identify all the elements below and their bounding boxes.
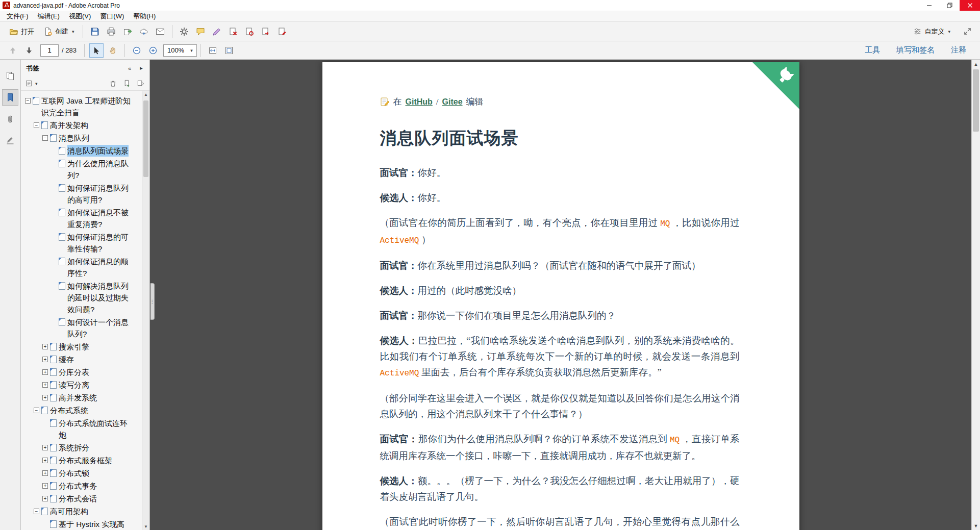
bookmark-item[interactable]: +高并发系统 <box>21 392 132 403</box>
zoom-out-button[interactable] <box>130 43 144 58</box>
bookmark-item[interactable]: +读写分离 <box>21 379 132 391</box>
bookmark-item[interactable]: −分布式系统 <box>21 405 132 416</box>
open-button[interactable]: 打开 <box>5 24 39 39</box>
scroll-up-icon[interactable]: ▲ <box>144 92 148 97</box>
collapse-node-icon[interactable]: − <box>34 122 39 128</box>
page-mark-button[interactable] <box>242 24 257 39</box>
main-scrollbar[interactable]: ▲ ▼ <box>971 60 980 530</box>
bookmarks-scroll-thumb[interactable] <box>143 100 148 177</box>
bookmark-item[interactable]: 分布式系统面试连环炮 <box>21 417 132 441</box>
expand-node-icon[interactable]: + <box>42 344 48 349</box>
menu-file[interactable]: 文件(F) <box>2 11 33 21</box>
comment-pane-button[interactable]: 注释 <box>951 45 966 55</box>
close-button[interactable] <box>960 0 980 11</box>
scroll-up-button[interactable]: ▲ <box>972 60 980 68</box>
fit-width-button[interactable] <box>206 43 220 58</box>
bookmark-item[interactable]: +分布式锁 <box>21 467 132 479</box>
collapse-node-icon[interactable]: − <box>34 408 39 413</box>
menu-edit[interactable]: 编辑(E) <box>33 11 64 21</box>
panel-menu-button[interactable]: ▸ <box>136 63 146 73</box>
settings-button[interactable] <box>177 24 191 39</box>
expand-node-icon[interactable]: + <box>42 395 48 400</box>
bookmark-item[interactable]: +分库分表 <box>21 366 132 378</box>
menu-help[interactable]: 帮助(H) <box>129 11 160 21</box>
page-export-button[interactable] <box>259 24 273 39</box>
fill-sign-tool-button[interactable] <box>210 24 224 39</box>
print-button[interactable] <box>104 24 118 39</box>
create-button[interactable]: 创建 ▾ <box>39 24 79 39</box>
bookmark-item[interactable]: −高可用架构 <box>21 506 132 517</box>
bookmark-item[interactable]: −互联网 Java 工程师进阶知识完全扫盲 <box>21 95 132 118</box>
new-bookmark-button[interactable] <box>121 79 132 89</box>
bookmarks-pane-button[interactable] <box>2 89 18 106</box>
collapse-node-icon[interactable]: − <box>34 509 39 514</box>
fit-page-button[interactable] <box>222 43 236 58</box>
bookmark-item[interactable]: 如何保证消息的顺序性? <box>21 256 132 279</box>
cloud-upload-icon <box>139 27 148 36</box>
bookmark-item[interactable]: 基于 Hystrix 实现高可... <box>21 518 132 530</box>
next-page-button[interactable] <box>22 43 36 58</box>
share-button[interactable] <box>120 24 135 39</box>
scroll-down-icon[interactable]: ▼ <box>144 524 148 529</box>
delete-bookmark-button[interactable] <box>108 79 118 89</box>
expand-node-icon[interactable]: + <box>42 470 48 476</box>
hand-tool-button[interactable] <box>106 43 120 58</box>
panel-resize-grip[interactable]: ⋮ <box>150 283 155 320</box>
bookmark-item[interactable]: +系统拆分 <box>21 442 132 453</box>
bookmark-item[interactable]: +缓存 <box>21 354 132 365</box>
github-corner-ribbon[interactable] <box>752 62 799 109</box>
page-thumbnails-button[interactable] <box>2 68 18 84</box>
minimize-button[interactable] <box>919 0 939 11</box>
page-number-input[interactable] <box>40 44 59 57</box>
upload-cloud-button[interactable] <box>137 24 151 39</box>
expand-node-icon[interactable]: + <box>42 382 48 388</box>
signatures-pane-button[interactable] <box>2 132 18 148</box>
scroll-down-button[interactable]: ▼ <box>972 521 980 530</box>
collapse-panel-button[interactable]: « <box>124 63 135 73</box>
attachments-pane-button[interactable] <box>2 111 18 127</box>
tools-pane-button[interactable]: 工具 <box>865 45 880 55</box>
github-edit-link[interactable]: GitHub <box>406 97 433 107</box>
restore-button[interactable] <box>939 0 960 11</box>
page-delete-button[interactable] <box>226 24 240 39</box>
bookmark-item[interactable]: 消息队列面试场景 <box>21 145 132 157</box>
collapse-node-icon[interactable]: − <box>42 135 48 141</box>
menu-window[interactable]: 窗口(W) <box>95 11 129 21</box>
expand-node-icon[interactable]: + <box>42 458 48 463</box>
expand-toolbar-button[interactable] <box>960 24 974 39</box>
selection-tool-button[interactable] <box>89 43 104 58</box>
bookmark-item[interactable]: +分布式事务 <box>21 480 132 492</box>
bookmark-item[interactable]: 如何解决消息队列的延时以及过期失效问题? <box>21 280 132 315</box>
gitee-edit-link[interactable]: Gitee <box>442 97 463 107</box>
bookmark-item[interactable]: 如何设计一个消息队列? <box>21 316 132 340</box>
bookmark-item[interactable]: −高并发架构 <box>21 119 132 131</box>
zoom-level-select[interactable]: 100% ▾ <box>163 44 197 57</box>
main-scroll-thumb[interactable] <box>973 69 979 132</box>
page-edit-button[interactable] <box>275 24 289 39</box>
previous-page-button[interactable] <box>6 43 20 58</box>
zoom-in-button[interactable] <box>146 43 160 58</box>
bookmark-item[interactable]: 如何保证消息不被重复消费? <box>21 207 132 230</box>
bookmark-item[interactable]: −消息队列 <box>21 132 132 144</box>
customize-button[interactable]: 自定义 ▾ <box>909 24 955 39</box>
collapse-node-icon[interactable]: − <box>25 98 31 104</box>
expand-node-icon[interactable]: + <box>42 357 48 362</box>
expand-node-icon[interactable]: + <box>42 369 48 375</box>
comment-tool-button[interactable] <box>193 24 208 39</box>
bookmarks-options-button[interactable]: ▾ <box>25 79 38 89</box>
bookmarks-scrollbar[interactable]: ▲ ▼ <box>142 91 149 530</box>
fill-sign-pane-button[interactable]: 填写和签名 <box>896 45 935 55</box>
expand-node-icon[interactable]: + <box>42 445 48 450</box>
bookmark-item[interactable]: 为什么使用消息队列? <box>21 158 132 181</box>
bookmark-item[interactable]: +分布式会话 <box>21 493 132 504</box>
expand-node-icon[interactable]: + <box>42 483 48 489</box>
expand-node-icon[interactable]: + <box>42 496 48 501</box>
bookmark-item[interactable]: 如何保证消息的可靠性传输? <box>21 231 132 255</box>
bookmark-item[interactable]: +分布式服务框架 <box>21 455 132 466</box>
bookmark-item[interactable]: +搜索引擎 <box>21 341 132 352</box>
save-button[interactable] <box>88 24 102 39</box>
expand-bookmarks-button[interactable] <box>135 79 145 89</box>
bookmark-item[interactable]: 如何保证消息队列的高可用? <box>21 182 132 206</box>
email-button[interactable] <box>153 24 167 39</box>
menu-view[interactable]: 视图(V) <box>64 11 95 21</box>
